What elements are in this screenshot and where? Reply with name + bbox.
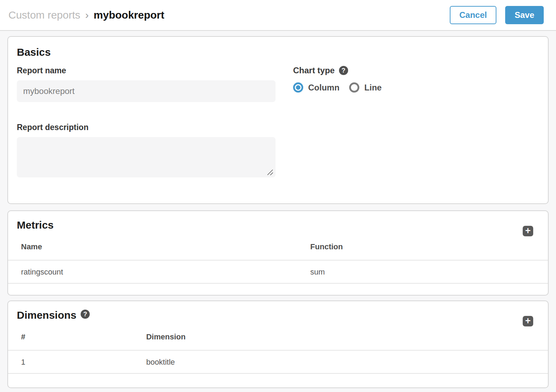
plus-icon: + (525, 316, 531, 326)
radio-button-icon (349, 82, 359, 93)
radio-button-icon (293, 82, 303, 93)
plus-icon: + (525, 226, 531, 236)
custom-report-editor: Custom reports › mybookreport Cancel Sav… (0, 0, 556, 388)
dimension-name-cell: booktitle (142, 357, 548, 367)
page-title: mybookreport (94, 9, 164, 21)
metric-row[interactable]: ratingscount sum (8, 261, 548, 284)
chart-type-option-column[interactable]: Column (293, 82, 339, 93)
add-metric-button[interactable]: + (523, 226, 533, 236)
topbar: Custom reports › mybookreport Cancel Sav… (0, 0, 556, 31)
add-dimension-button[interactable]: + (523, 316, 533, 326)
metric-function-cell: sum (306, 267, 548, 277)
report-name-input[interactable] (17, 80, 276, 102)
topbar-actions: Cancel Save (450, 6, 544, 24)
chart-type-help-icon[interactable]: ? (339, 66, 348, 75)
dimensions-column-index: # (8, 332, 142, 342)
save-button[interactable]: Save (505, 6, 544, 24)
metrics-title: Metrics (17, 219, 54, 231)
dimensions-section: Dimensions ? + # Dimension 1 booktitle (7, 300, 549, 388)
chart-type-option-line[interactable]: Line (349, 82, 381, 93)
radio-label: Line (364, 83, 381, 93)
metrics-section: Metrics + Name Function ratingscount sum (7, 210, 549, 296)
dimension-index-cell: 1 (8, 357, 142, 367)
resize-handle-icon[interactable] (267, 169, 273, 175)
dimension-row[interactable]: 1 booktitle (8, 351, 548, 374)
breadcrumb-custom-reports-link[interactable]: Custom reports (8, 9, 80, 21)
report-description-label: Report description (17, 122, 276, 132)
dimensions-column-dimension: Dimension (142, 332, 548, 342)
report-form: Basics Report name Report description (0, 31, 556, 388)
metrics-table: Name Function ratingscount sum (8, 231, 548, 284)
radio-label: Column (308, 83, 339, 93)
metrics-column-name: Name (8, 242, 306, 251)
metrics-table-header: Name Function (8, 231, 548, 261)
dimensions-table: # Dimension 1 booktitle (8, 322, 548, 374)
metric-name-cell: ratingscount (8, 267, 306, 277)
breadcrumb: Custom reports › mybookreport (8, 9, 164, 21)
dimensions-table-header: # Dimension (8, 322, 548, 351)
chart-type-label: Chart type (293, 66, 335, 75)
dimensions-help-icon[interactable]: ? (81, 310, 90, 319)
dimensions-title: Dimensions (17, 309, 76, 322)
chart-type-radio-group: Column Line (293, 82, 392, 93)
report-name-label: Report name (17, 66, 276, 75)
basics-section: Basics Report name Report description (7, 36, 549, 204)
chevron-right-icon: › (85, 9, 89, 21)
metrics-column-function: Function (306, 242, 548, 251)
report-description-input[interactable] (17, 137, 276, 177)
cancel-button[interactable]: Cancel (450, 6, 496, 24)
basics-title: Basics (17, 46, 539, 59)
